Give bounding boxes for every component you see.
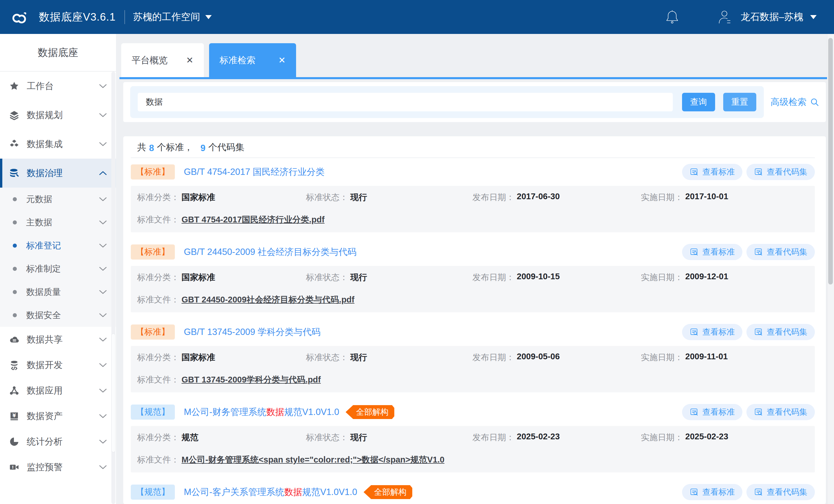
query-button[interactable]: 查询 xyxy=(682,93,715,111)
sidebar-item-data-assets[interactable]: ¥ 数据资产 xyxy=(0,403,116,429)
tab-platform-overview[interactable]: 平台概览 ✕ xyxy=(121,43,204,77)
publish-date-value: 2017-06-30 xyxy=(517,192,560,203)
publish-date-value: 2009-10-15 xyxy=(517,272,560,283)
sidebar-subitem-label: 标准制定 xyxy=(26,263,99,275)
standard-tag: 【标准】 xyxy=(131,325,175,339)
standard-file-link[interactable]: GBT 24450-2009社会经济目标分类与代码.pdf xyxy=(181,294,354,306)
workspace-switcher[interactable]: 苏槐的工作空间 xyxy=(133,10,212,23)
page-scrollbar[interactable] xyxy=(827,34,834,504)
notification-bell-icon[interactable] xyxy=(665,9,679,25)
sidebar-subitem-master-data[interactable]: 主数据 xyxy=(0,211,116,234)
sidebar-item-statistics[interactable]: 统计分析 xyxy=(0,429,116,454)
standard-title-link[interactable]: M公司-财务管理系统数据规范V1.0V1.0 xyxy=(184,406,339,418)
status-value: 现行 xyxy=(350,352,367,363)
standard-detail: 标准分类： 国家标准 标准状态： 现行 发布日期： 2009-10-15 实施日… xyxy=(131,266,815,312)
sidebar-item-label: 工作台 xyxy=(27,80,99,92)
sidebar-item-data-planning[interactable]: 数据规划 xyxy=(0,101,116,130)
standard-title-link[interactable]: GB/T 24450-2009 社会经济目标分类与代码 xyxy=(184,246,357,258)
category-value: 规范 xyxy=(181,432,198,443)
chevron-down-icon xyxy=(99,113,107,117)
implement-date-value: 2009-11-01 xyxy=(685,352,728,363)
standard-count: 8 xyxy=(149,143,154,153)
document-search-icon xyxy=(754,487,763,497)
database-code-icon xyxy=(9,360,19,370)
sidebar-title: 数据底座 xyxy=(0,34,116,72)
standard-title-link[interactable]: GB/T 13745-2009 学科分类与代码 xyxy=(184,326,321,338)
document-search-icon xyxy=(754,327,763,337)
chevron-down-icon xyxy=(99,337,107,342)
standard-card: 【规范】 M公司-客户关系管理系统数据规范V1.0V1.0 全部解构 查看标准 xyxy=(131,478,815,504)
sidebar-subitem-standard-drafting[interactable]: 标准制定 xyxy=(0,257,116,280)
implement-date-label: 实施日期： xyxy=(641,272,683,283)
sidebar-scrollbar-thumb[interactable] xyxy=(111,333,115,453)
view-standard-button[interactable]: 查看标准 xyxy=(682,164,742,180)
sidebar-item-data-development[interactable]: 数据开发 xyxy=(0,352,116,378)
page-scrollbar-thumb[interactable] xyxy=(828,38,833,284)
sidebar-item-label: 数据开发 xyxy=(27,359,99,371)
view-standard-button[interactable]: 查看标准 xyxy=(682,484,742,500)
summary-prefix: 共 xyxy=(137,141,146,153)
title-text: GB/T 13745-2009 学科分类与代码 xyxy=(184,327,321,337)
sidebar-scrollbar[interactable] xyxy=(111,72,115,504)
chevron-down-icon xyxy=(810,15,817,19)
user-avatar-icon[interactable] xyxy=(717,9,732,25)
sidebar-item-workbench[interactable]: 工作台 xyxy=(0,72,116,101)
sidebar-item-label: 数据治理 xyxy=(27,167,99,179)
advanced-search-link[interactable]: 高级检索 xyxy=(764,96,826,108)
chevron-up-icon xyxy=(99,171,107,175)
sidebar-subitem-standard-registry[interactable]: 标准登记 xyxy=(0,234,116,257)
standard-title-link[interactable]: M公司-客户关系管理系统数据规范V1.0V1.0 xyxy=(184,486,357,498)
svg-text:¥: ¥ xyxy=(13,413,16,418)
chevron-down-icon xyxy=(99,363,107,367)
standard-title-link[interactable]: GB/T 4754-2017 国民经济行业分类 xyxy=(184,166,325,178)
results-panel: 共 8 个标准， 9 个代码集 【标准】 GB/T 4754-2017 国民经济… xyxy=(123,136,826,504)
svg-text:!: ! xyxy=(12,464,14,470)
view-standard-label: 查看标准 xyxy=(702,407,735,418)
database-wrench-icon xyxy=(9,168,19,178)
user-name: 龙石数据–苏槐 xyxy=(741,11,803,22)
governance-submenu: 元数据 主数据 标准登记 标准制定 数据质量 xyxy=(0,188,116,327)
sidebar-item-data-sharing[interactable]: 数据共享 xyxy=(0,327,116,352)
reset-button[interactable]: 重置 xyxy=(723,93,756,111)
standard-file-link[interactable]: GBT 13745-2009学科分类与代码.pdf xyxy=(181,374,321,386)
view-codeset-button[interactable]: 查看代码集 xyxy=(746,404,815,420)
status-value: 现行 xyxy=(350,272,367,283)
close-icon[interactable]: ✕ xyxy=(186,56,193,65)
fully-parsed-badge: 全部解构 xyxy=(364,485,412,499)
standard-card: 【标准】 GB/T 4754-2017 国民经济行业分类 查看标准 xyxy=(131,158,815,232)
search-input[interactable] xyxy=(138,93,673,111)
chevron-down-icon xyxy=(99,465,107,469)
active-tab-underline xyxy=(119,77,834,79)
view-standard-button[interactable]: 查看标准 xyxy=(682,404,742,420)
star-icon xyxy=(9,81,19,91)
chevron-down-icon xyxy=(99,197,107,201)
category-label: 标准分类： xyxy=(137,432,179,443)
sidebar-item-monitoring[interactable]: ! 监控预警 xyxy=(0,454,116,480)
tab-standard-search[interactable]: 标准检索 ✕ xyxy=(209,43,296,77)
status-label: 标准状态： xyxy=(306,272,348,283)
spec-tag: 【规范】 xyxy=(131,485,175,500)
sidebar-item-label: 数据应用 xyxy=(27,385,99,397)
sidebar-subitem-data-security[interactable]: 数据安全 xyxy=(0,304,116,327)
status-label: 标准状态： xyxy=(306,432,348,443)
user-menu[interactable]: 龙石数据–苏槐 xyxy=(741,10,803,23)
sidebar-item-data-governance[interactable]: 数据治理 xyxy=(0,159,116,188)
view-codeset-button[interactable]: 查看代码集 xyxy=(746,244,815,260)
sidebar-item-data-application[interactable]: 数据应用 xyxy=(0,378,116,403)
view-codeset-button[interactable]: 查看代码集 xyxy=(746,484,815,500)
view-codeset-label: 查看代码集 xyxy=(767,167,807,177)
sidebar-subitem-metadata[interactable]: 元数据 xyxy=(0,188,116,211)
standard-file-link[interactable]: M公司-财务管理系统<span style="color:red;">数据</s… xyxy=(181,454,444,466)
publish-date-label: 发布日期： xyxy=(473,432,514,443)
document-search-icon xyxy=(689,408,699,417)
standard-file-link[interactable]: GBT 4754-2017国民经济行业分类.pdf xyxy=(181,214,325,226)
title-text: GB/T 4754-2017 国民经济行业分类 xyxy=(184,167,325,177)
file-label: 标准文件： xyxy=(137,374,179,386)
sidebar-item-data-integration[interactable]: 数据集成 xyxy=(0,130,116,159)
close-icon[interactable]: ✕ xyxy=(278,56,286,65)
sidebar-subitem-data-quality[interactable]: 数据质量 xyxy=(0,280,116,304)
view-codeset-button[interactable]: 查看代码集 xyxy=(746,324,815,340)
view-standard-button[interactable]: 查看标准 xyxy=(682,244,742,260)
view-codeset-button[interactable]: 查看代码集 xyxy=(746,164,815,180)
view-standard-button[interactable]: 查看标准 xyxy=(682,324,742,340)
